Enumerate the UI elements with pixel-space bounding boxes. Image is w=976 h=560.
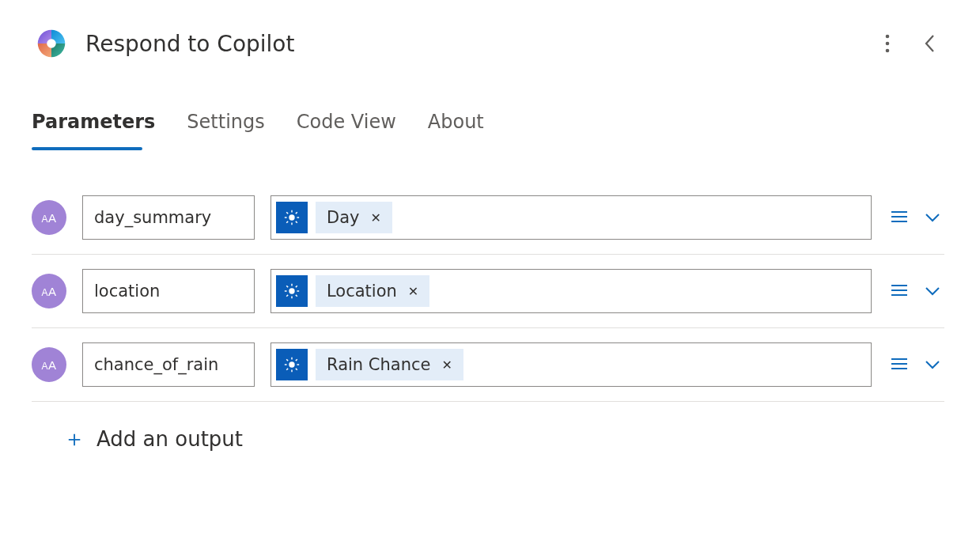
parameter-row: AA location Location✕ bbox=[32, 255, 944, 328]
type-text-badge: AA bbox=[32, 347, 66, 382]
sun-icon bbox=[276, 275, 308, 307]
token-label: Rain Chance✕ bbox=[316, 349, 463, 380]
reorder-button[interactable] bbox=[887, 279, 911, 303]
svg-line-20 bbox=[286, 286, 288, 287]
svg-point-1 bbox=[886, 42, 890, 46]
tab-about[interactable]: About bbox=[428, 111, 484, 139]
svg-line-11 bbox=[296, 212, 297, 214]
active-tab-indicator bbox=[32, 147, 142, 150]
svg-line-10 bbox=[286, 221, 288, 223]
token-label: Day✕ bbox=[316, 202, 392, 233]
parameter-value-input[interactable]: Location✕ bbox=[270, 269, 872, 313]
svg-point-27 bbox=[289, 361, 294, 367]
parameter-row: AA chance_of_rain Rain Chance✕ bbox=[32, 328, 944, 402]
tab-code-view[interactable]: Code View bbox=[297, 111, 396, 139]
parameter-name-input[interactable]: chance_of_rain bbox=[82, 342, 255, 387]
more-options-button[interactable] bbox=[873, 29, 902, 58]
dynamic-content-token[interactable]: Day✕ bbox=[276, 202, 392, 233]
parameter-row: AA day_summary Day✕ bbox=[32, 180, 944, 255]
parameter-value-input[interactable]: Day✕ bbox=[270, 195, 872, 240]
dynamic-content-token[interactable]: Rain Chance✕ bbox=[276, 349, 463, 380]
sun-icon bbox=[276, 349, 308, 380]
svg-line-34 bbox=[286, 369, 288, 370]
reorder-button[interactable] bbox=[887, 206, 911, 229]
add-output-label: Add an output bbox=[96, 427, 243, 451]
add-output-button[interactable]: ＋ Add an output bbox=[32, 402, 944, 454]
svg-line-33 bbox=[296, 369, 297, 370]
svg-line-22 bbox=[286, 295, 288, 297]
sun-icon bbox=[276, 202, 308, 233]
tab-settings[interactable]: Settings bbox=[187, 111, 264, 139]
row-actions bbox=[887, 353, 944, 376]
expand-row-button[interactable] bbox=[921, 206, 944, 229]
row-actions bbox=[887, 279, 944, 303]
type-text-badge: AA bbox=[32, 274, 66, 308]
parameter-name-text: location bbox=[94, 282, 160, 301]
svg-point-2 bbox=[886, 49, 890, 53]
parameter-name-input[interactable]: location bbox=[82, 269, 255, 313]
tab-bar: Parameters Settings Code View About bbox=[32, 111, 944, 139]
svg-line-21 bbox=[296, 295, 297, 297]
remove-token-button[interactable]: ✕ bbox=[441, 358, 452, 373]
svg-line-23 bbox=[296, 286, 297, 287]
dynamic-content-token[interactable]: Location✕ bbox=[276, 275, 429, 307]
tab-parameters[interactable]: Parameters bbox=[32, 111, 155, 139]
svg-point-0 bbox=[886, 35, 890, 39]
reorder-button[interactable] bbox=[887, 353, 911, 376]
svg-line-35 bbox=[296, 359, 297, 361]
svg-point-15 bbox=[289, 288, 294, 293]
svg-line-9 bbox=[296, 221, 297, 223]
expand-row-button[interactable] bbox=[921, 279, 944, 303]
copilot-app-icon bbox=[32, 24, 71, 63]
type-text-badge: AA bbox=[32, 200, 66, 235]
collapse-panel-button[interactable] bbox=[916, 29, 944, 58]
parameter-name-text: chance_of_rain bbox=[94, 355, 218, 374]
parameter-value-input[interactable]: Rain Chance✕ bbox=[270, 342, 872, 387]
svg-line-8 bbox=[286, 212, 288, 214]
remove-token-button[interactable]: ✕ bbox=[408, 284, 418, 299]
plus-icon: ＋ bbox=[63, 424, 85, 454]
row-actions bbox=[887, 206, 944, 229]
page-title: Respond to Copilot bbox=[85, 31, 859, 57]
svg-point-3 bbox=[289, 214, 294, 220]
parameter-name-text: day_summary bbox=[94, 208, 211, 227]
svg-line-32 bbox=[286, 359, 288, 361]
parameters-list: AA day_summary Day✕ AA bbox=[32, 180, 944, 402]
expand-row-button[interactable] bbox=[921, 353, 944, 376]
parameter-name-input[interactable]: day_summary bbox=[82, 195, 255, 240]
token-label: Location✕ bbox=[316, 275, 429, 307]
header: Respond to Copilot bbox=[32, 24, 944, 63]
remove-token-button[interactable]: ✕ bbox=[370, 210, 380, 225]
